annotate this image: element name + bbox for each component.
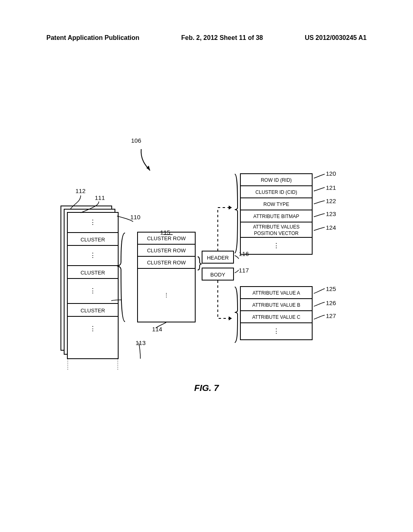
ref-106: 106: [131, 137, 141, 144]
attr-val-c-cell: ATTRIBUTE VALUE C: [241, 311, 312, 323]
ref-126: 126: [326, 299, 336, 306]
header-body-stack: HEADER BODY: [202, 251, 234, 285]
cluster-cell-1: CLUSTER: [68, 232, 118, 246]
ref-115: 115: [160, 229, 170, 236]
vdots: [68, 246, 118, 265]
header-box: HEADER: [202, 251, 234, 264]
cluster-row-stack: CLUSTER ROW CLUSTER ROW CLUSTER ROW: [137, 232, 196, 322]
vdots: [241, 323, 312, 339]
vdots: [68, 317, 118, 341]
cluster-panel-front: CLUSTER CLUSTER CLUSTER: [67, 212, 119, 359]
page-header: Patent Application Publication Feb. 2, 2…: [46, 34, 367, 42]
vdots: [138, 269, 195, 321]
ref-124: 124: [326, 224, 336, 231]
diagram-area: 106 CLUSTER CLUSTER CLUSTER CLUSTER ROW …: [52, 141, 347, 379]
ref-110: 110: [130, 214, 140, 220]
ref-106-arrow: [133, 143, 157, 177]
header-mid: Feb. 2, 2012 Sheet 11 of 38: [181, 34, 263, 42]
cluster-row-3: CLUSTER ROW: [138, 257, 195, 269]
vdots: [68, 213, 118, 232]
cluster-id-cell: CLUSTER ID (CID): [241, 186, 312, 198]
header-right: US 2012/0030245 A1: [305, 34, 367, 42]
body-box: BODY: [202, 268, 234, 281]
ref-120: 120: [326, 170, 336, 177]
attr-bitmap-cell: ATTRIBUTE BITMAP: [241, 210, 312, 222]
ref-122: 122: [326, 197, 336, 204]
svg-marker-1: [229, 206, 232, 210]
header-left: Patent Application Publication: [46, 34, 140, 42]
attr-val-a-cell: ATTRIBUTE VALUE A: [241, 287, 312, 299]
body-fields-stack: ATTRIBUTE VALUE A ATTRIBUTE VALUE B ATTR…: [240, 286, 313, 340]
cluster-stack: CLUSTER CLUSTER CLUSTER: [60, 206, 113, 359]
attr-val-b-cell: ATTRIBUTE VALUE B: [241, 299, 312, 311]
header-fields-stack: ROW ID (RID) CLUSTER ID (CID) ROW TYPE A…: [240, 173, 313, 255]
svg-marker-2: [229, 316, 232, 320]
cluster-cell-2: CLUSTER: [68, 265, 118, 279]
ref-111: 111: [95, 194, 105, 201]
ref-123: 123: [326, 210, 336, 217]
ref-113: 113: [136, 339, 146, 346]
ref-125: 125: [326, 285, 336, 292]
cluster-row-2: CLUSTER ROW: [138, 245, 195, 257]
vdots: [68, 279, 118, 303]
cluster-cell-3: CLUSTER: [68, 303, 118, 317]
figure-caption: FIG. 7: [0, 383, 413, 393]
ref-127: 127: [326, 312, 336, 319]
vdots: [241, 238, 312, 254]
row-type-cell: ROW TYPE: [241, 198, 312, 210]
ref-116: 116: [239, 250, 249, 257]
ref-117: 117: [239, 267, 249, 274]
ref-112: 112: [75, 187, 86, 194]
row-id-cell: ROW ID (RID): [241, 174, 312, 186]
ref-121: 121: [326, 184, 336, 191]
attr-pos-vec-cell: ATTRIBUTE VALUES POSITION VECTOR: [241, 222, 312, 238]
ref-114: 114: [152, 326, 162, 332]
